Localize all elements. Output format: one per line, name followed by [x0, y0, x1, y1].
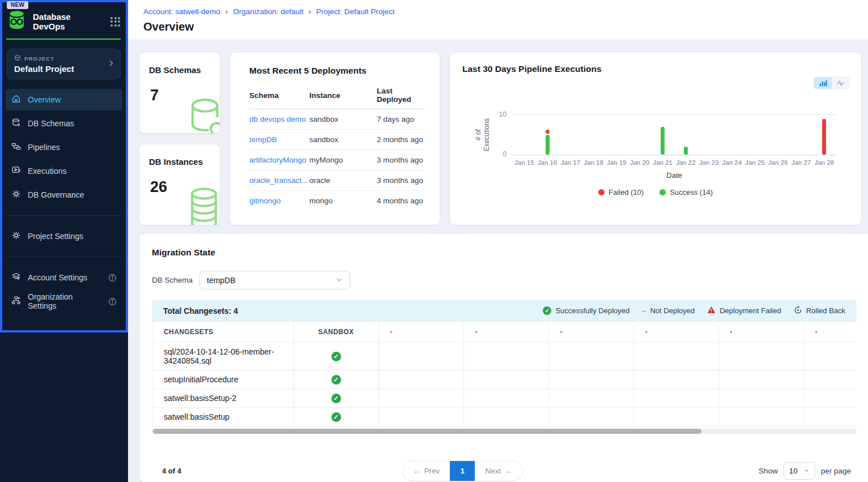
table-row: gitmongo mongo 4 months ago [249, 191, 425, 211]
changeset-row: sql/2024-10-14-12-06-member-34240854.sql [152, 343, 857, 370]
failed-legend-dot [598, 189, 605, 195]
column-header-last-deployed: Last Deployed [377, 82, 425, 109]
sidebar-item-pipelines[interactable]: Pipelines [6, 137, 122, 158]
chevron-down-icon [803, 467, 810, 475]
changesets-table: CHANGESETS SANDBOX - - - - - - sql/2024-… [152, 321, 857, 426]
last-deployed-cell: 7 days ago [377, 109, 425, 130]
sidebar: NEW Database DevOps PROJECT Default Proj… [0, 0, 128, 482]
db-instances-value: 26 [150, 178, 167, 196]
warning-triangle-icon [707, 306, 716, 315]
sidebar-item-executions[interactable]: Executions [6, 160, 122, 182]
schema-link[interactable]: gitmongo [249, 197, 281, 205]
home-icon [11, 94, 21, 105]
success-bar [684, 147, 688, 155]
line-chart-toggle[interactable] [832, 77, 849, 89]
schema-link[interactable]: db devops demo [249, 115, 306, 123]
sidebar-item-label: Account Settings [28, 273, 87, 282]
y-tick-label: 10 [488, 110, 507, 118]
column-header-dash: - [378, 322, 463, 343]
status-legend: Successfully Deployed – Not Deployed Dep… [543, 306, 845, 316]
x-tick-label: Jan 18 [582, 159, 605, 166]
x-tick-label: Jan 15 [513, 159, 536, 166]
legend-item-success[interactable]: Success (14) [659, 188, 713, 197]
legend-rolled-back: Rolled Back [794, 306, 845, 316]
bar-slot [767, 115, 790, 155]
changesets-panel: Total Changesets: 4 Successfully Deploye… [152, 300, 857, 434]
sidebar-item-organization-settings[interactable]: Organization Settings [6, 291, 122, 312]
new-badge: NEW [7, 1, 28, 9]
success-legend-dot [659, 189, 666, 195]
sidebar-item-db-schemas[interactable]: DB Schemas [6, 113, 122, 134]
breadcrumb-organization-link[interactable]: Organization: default [233, 7, 304, 16]
sidebar-item-label: Executions [28, 167, 66, 176]
table-row: oracle_transact... oracle 3 months ago [249, 170, 425, 191]
db-schema-select[interactable]: tempDB [199, 271, 350, 289]
x-tick-label: Jan 26 [767, 159, 790, 166]
horizontal-scrollbar-track[interactable] [152, 429, 857, 434]
info-icon[interactable] [108, 274, 117, 282]
last-deployed-cell: 3 months ago [377, 150, 425, 170]
x-tick-label: Jan 17 [559, 159, 582, 166]
x-tick-label: Jan 16 [536, 159, 559, 166]
sidebar-item-overview[interactable]: Overview [6, 89, 122, 110]
migration-state-card: Migration State DB Schema tempDB Total C… [139, 234, 868, 482]
project-selector[interactable]: PROJECT Default Project [7, 49, 121, 79]
app-grid-icon[interactable] [110, 17, 120, 27]
sidebar-item-account-settings[interactable]: Account Settings [6, 267, 122, 288]
sidebar-item-label: Pipelines [28, 143, 60, 152]
chart-plot [513, 114, 836, 155]
org-chart-icon [11, 296, 21, 307]
per-page-select[interactable]: 10 [784, 462, 815, 480]
legend-deployment-failed: Deployment Failed [707, 306, 781, 315]
per-page-suffix: per page [821, 467, 851, 475]
sidebar-item-db-governance[interactable]: DB Governance [6, 184, 122, 206]
page-title: Overview [143, 20, 194, 33]
sidebar-item-project-settings[interactable]: Project Settings [6, 225, 122, 247]
schema-link[interactable]: tempDB [249, 135, 277, 144]
bar-slot [513, 115, 536, 155]
success-bar [661, 127, 665, 155]
changeset-row: satwell:basisSetup [152, 408, 857, 426]
prev-page-button[interactable]: ← Prev [403, 461, 450, 481]
y-tick-label: 0 [488, 150, 507, 158]
legend-successfully-deployed: Successfully Deployed [543, 306, 629, 315]
bar-slot [697, 115, 721, 155]
recent-deployments-card: Most Recent 5 Deployments Schema Instanc… [230, 53, 440, 225]
project-name: Default Project [14, 64, 105, 74]
table-row: tempDB sandbox 2 months ago [249, 130, 425, 150]
legend-item-failed[interactable]: Failed (10) [598, 188, 644, 197]
success-check-icon [331, 412, 341, 422]
next-page-button[interactable]: Next → [475, 461, 522, 481]
schema-link[interactable]: oracle_transact... [249, 176, 308, 185]
breadcrumb-project-link[interactable]: Project: Default Project [316, 7, 394, 16]
breadcrumb-account-link[interactable]: Account: satwell-demo [143, 7, 220, 16]
db-schemas-card: DB Schemas 7 [139, 53, 220, 133]
pipeline-executions-card: Last 30 Days Pipeline Executions # of Ex… [450, 53, 861, 225]
changeset-row: satwell:basisSetup-2 [152, 389, 857, 408]
x-tick-label: Jan 22 [674, 159, 697, 166]
bar-slot [559, 115, 582, 155]
schema-link[interactable]: artifactoryMongo [249, 156, 307, 164]
dash-icon: – [642, 306, 646, 315]
database-cylinder-icon [187, 97, 220, 133]
changesets-topbar: Total Changesets: 4 Successfully Deploye… [152, 300, 857, 321]
column-header-sandbox: SANDBOX [293, 322, 378, 343]
chart-legend: Failed (10) Success (14) [450, 188, 861, 197]
bar-slot [536, 115, 559, 155]
info-icon[interactable] [108, 297, 117, 306]
per-page-value: 10 [789, 467, 798, 475]
column-header-changesets: CHANGESETS [152, 322, 293, 343]
pagination: ← Prev 1 Next → [402, 460, 523, 481]
brand-underline [6, 39, 121, 40]
bar-chart-toggle[interactable] [814, 77, 832, 89]
db-schema-label: DB Schema [152, 276, 193, 284]
x-tick-label: Jan 28 [812, 159, 836, 166]
database-stack-icon [184, 186, 220, 225]
horizontal-scrollbar-thumb[interactable] [153, 429, 701, 434]
arrow-right-icon: → [504, 467, 512, 475]
page-number-button[interactable]: 1 [450, 461, 475, 481]
sandbox-status-cell [293, 370, 378, 389]
chevron-down-icon [336, 276, 343, 285]
x-tick-label: Jan 25 [743, 159, 767, 166]
sandbox-status-cell [293, 389, 378, 408]
